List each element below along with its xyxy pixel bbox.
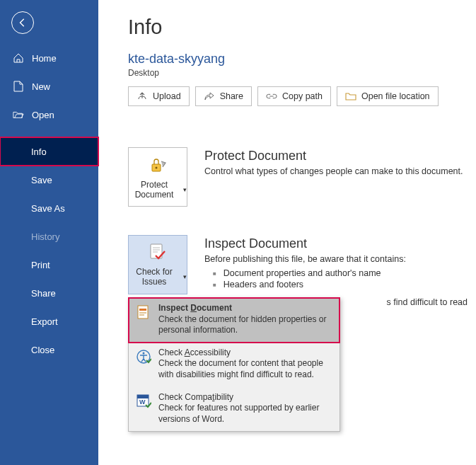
main-panel: Info kte-data-skyyang Desktop Upload Sha…	[98, 0, 476, 465]
nav-close-label: Close	[31, 345, 54, 355]
link-icon	[266, 91, 277, 102]
nav-print-label: Print	[31, 260, 50, 270]
document-location: Desktop	[128, 68, 476, 78]
upload-button[interactable]: Upload	[128, 86, 190, 106]
protect-section: Protect Document▾ Protect Document Contr…	[128, 147, 476, 207]
menu-check-compatibility[interactable]: W Check Compatibility Check for features…	[129, 387, 339, 432]
nav-home-label: Home	[32, 53, 57, 64]
nav-share-label: Share	[31, 288, 56, 299]
menu-accessibility-desc: Check the document for content that peop…	[158, 358, 323, 379]
inspect-bullet-2: Headers and footers	[224, 280, 303, 289]
home-icon	[13, 52, 24, 64]
check-issues-label: Check for Issues	[129, 267, 180, 287]
nav-saveas-label: Save As	[31, 203, 65, 214]
menu-inspect-document[interactable]: Inspect Document Check the document for …	[129, 298, 339, 343]
inspect-bullet-3-tail: s find difficult to read	[387, 297, 468, 307]
backstage-sidebar: Home New Open Info Save Save As History …	[0, 0, 98, 465]
copypath-button[interactable]: Copy path	[257, 86, 331, 106]
share-button[interactable]: Share	[195, 86, 252, 106]
nav-export-label: Export	[31, 316, 58, 327]
page-title: Info	[128, 16, 476, 39]
nav-saveas[interactable]: Save As	[0, 194, 98, 222]
check-issues-button[interactable]: Check for Issues▾	[128, 235, 187, 294]
svg-point-1	[156, 166, 158, 168]
nav-home[interactable]: Home	[0, 44, 98, 72]
chevron-down-icon: ▾	[183, 273, 187, 281]
share-icon	[204, 91, 215, 102]
openlocation-button[interactable]: Open file location	[337, 86, 439, 106]
nav-share[interactable]: Share	[0, 279, 98, 307]
nav-history[interactable]: History	[0, 222, 98, 251]
protect-title: Protect Document	[204, 149, 476, 163]
back-button[interactable]	[11, 11, 34, 34]
nav-save-label: Save	[31, 175, 52, 185]
inspect-bullet-1: Document properties and author's name	[224, 268, 381, 278]
share-label: Share	[220, 91, 243, 101]
protect-document-button[interactable]: Protect Document▾	[128, 147, 187, 207]
protect-btn-label: Protect Document	[129, 180, 180, 200]
inspect-title: Inspect Document	[204, 236, 476, 251]
accessibility-icon	[136, 349, 151, 364]
nav-history-label: History	[31, 231, 59, 242]
nav-new-label: New	[32, 81, 50, 92]
back-arrow-icon	[18, 18, 28, 28]
nav-info[interactable]: Info	[0, 137, 98, 166]
protect-desc: Control what types of changes people can…	[204, 166, 476, 176]
open-icon	[13, 110, 24, 120]
nav-close[interactable]: Close	[0, 335, 98, 364]
nav-save[interactable]: Save	[0, 166, 98, 194]
folder-icon	[345, 91, 356, 102]
inspect-desc: Before publishing this file, be aware th…	[204, 254, 476, 264]
upload-icon	[137, 91, 148, 102]
inspect-section: Check for Issues▾ Inspect Document Befor…	[128, 235, 476, 302]
svg-rect-3	[138, 306, 148, 318]
lock-icon	[147, 154, 168, 176]
document-name[interactable]: kte-data-skyyang	[128, 52, 476, 67]
svg-rect-4	[139, 309, 146, 311]
svg-text:W: W	[139, 398, 146, 406]
nav-new[interactable]: New	[0, 72, 98, 101]
nav-print[interactable]: Print	[0, 251, 98, 279]
copypath-label: Copy path	[282, 91, 323, 101]
chevron-down-icon: ▾	[183, 186, 187, 194]
nav-export[interactable]: Export	[0, 307, 98, 335]
nav-open[interactable]: Open	[0, 101, 98, 129]
upload-label: Upload	[153, 91, 181, 101]
menu-check-accessibility[interactable]: Check Accessibility Check the document f…	[129, 343, 339, 387]
check-icon	[148, 243, 168, 263]
svg-point-6	[143, 352, 145, 354]
check-issues-menu: Inspect Document Check the document for …	[128, 297, 340, 432]
nav-info-label: Info	[31, 147, 47, 157]
menu-compatibility-desc: Check for features not supported by earl…	[158, 403, 319, 424]
openlocation-label: Open file location	[361, 91, 430, 101]
action-buttons: Upload Share Copy path Open file locatio…	[128, 86, 476, 106]
nav-open-label: Open	[32, 110, 54, 120]
menu-inspect-desc: Check the document for hidden properties…	[158, 314, 326, 335]
new-icon	[13, 81, 24, 92]
inspect-doc-icon	[136, 304, 151, 320]
compatibility-icon: W	[136, 394, 151, 409]
